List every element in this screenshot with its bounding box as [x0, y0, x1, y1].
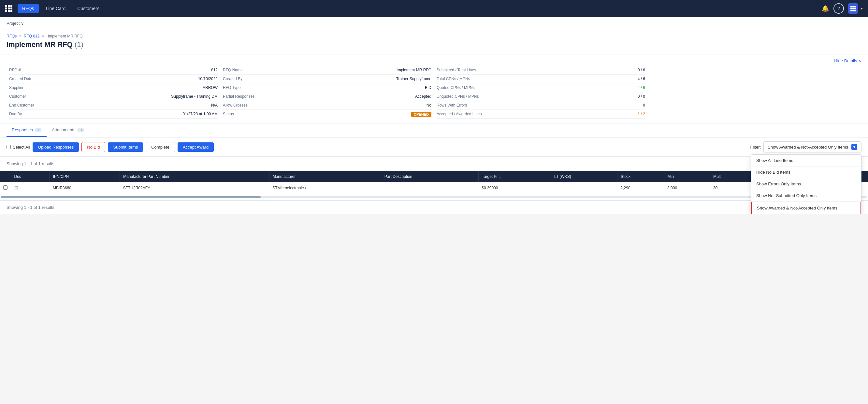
hide-details-btn[interactable]: Hide Details ∧	[6, 58, 862, 63]
th-ipn-cpn: IPN/CPN	[50, 171, 120, 182]
table-row: 📋 MBIR3680 STTH2R02AFY STMicroelectronic…	[0, 182, 868, 194]
due-by-label: Due By	[9, 112, 22, 116]
breadcrumb-sep1: »	[19, 34, 22, 38]
filter-option-awarded-not-accepted[interactable]: Show Awarded & Not-Accepted Only Items	[751, 202, 861, 214]
help-icon[interactable]: ?	[834, 3, 844, 14]
th-target-price: Target Pr...	[478, 171, 551, 182]
created-date-label: Created Date	[9, 76, 32, 81]
breadcrumb-current: Implement MR RFQ	[48, 34, 83, 38]
row-doc-cell: 📋	[11, 182, 50, 194]
allow-crosses-label: Allow Crosses	[223, 103, 248, 107]
partial-resp-label: Partial Responses	[223, 94, 254, 99]
details-col-1: RFQ #812 Created Date10/10/2022 Supplier…	[6, 66, 220, 119]
attachments-badge: 0	[77, 128, 84, 132]
status-label: Status	[223, 112, 234, 117]
page-header: RFQs » RFQ 812 » Implement MR RFQ Implem…	[0, 30, 868, 54]
row-mult-cell: 30	[710, 182, 750, 194]
breadcrumb-rfq812[interactable]: RFQ 812	[24, 34, 40, 38]
results-bar-top: Showing 1 - 1 of 1 results Search Page 1…	[0, 157, 868, 171]
grid-menu-icon[interactable]	[5, 5, 12, 12]
breadcrumb-sep2: »	[42, 34, 44, 38]
responses-badge: 1	[35, 128, 41, 132]
rows-errors-label: Rows With Errors	[437, 103, 467, 107]
details-col-3: Submitted / Total Lines0 / 6 Total CPNs …	[434, 66, 648, 119]
accepted-awarded-label: Accepted / Awarded Lines	[437, 112, 482, 116]
created-by-value: Trainer Supplyframe	[396, 76, 431, 81]
th-stock: Stock	[617, 171, 664, 182]
row-min-cell: 3,000	[664, 182, 710, 194]
submitted-lines-label: Submitted / Total Lines	[437, 68, 476, 72]
customer-label: Customer	[9, 94, 26, 99]
tab-attachments[interactable]: Attachments 0	[46, 123, 89, 137]
rfq-name-label: RFQ Name	[223, 68, 243, 72]
select-all-checkbox[interactable]: Select All	[6, 145, 30, 150]
filter-dropdown: Show All Line Items Hide No Bid Items Sh…	[751, 154, 862, 214]
project-menu[interactable]: Project ∨	[6, 21, 24, 26]
rfq-num-label: RFQ #	[9, 68, 21, 72]
user-avatar[interactable]	[848, 3, 858, 14]
status-badge: OPENED	[411, 112, 431, 117]
submit-items-button[interactable]: Submit Items	[108, 143, 143, 152]
filter-option-hide-no-bid[interactable]: Hide No Bid Items	[751, 166, 861, 178]
allow-crosses-value: No	[427, 103, 431, 107]
tabs-section: Responses 1 Attachments 0	[0, 123, 868, 137]
row-checkbox-cell[interactable]	[0, 182, 11, 194]
end-customer-label: End Customer	[9, 103, 34, 107]
complete-button[interactable]: Complete	[146, 142, 175, 152]
row-lt-wks-cell	[551, 182, 617, 194]
total-cpns-value: 4 / 6	[638, 76, 645, 81]
quoted-cpns-value: 4 / 6	[638, 85, 645, 90]
th-doc: Doc	[11, 171, 50, 182]
details-panel: Hide Details ∧ RFQ #812 Created Date10/1…	[0, 54, 868, 123]
select-all-input[interactable]	[6, 145, 11, 149]
project-chevron: ∨	[21, 21, 24, 26]
unquoted-cpns-label: Unquoted CPNs / MPNs	[437, 94, 478, 99]
notification-icon[interactable]: 🔔	[820, 3, 831, 14]
created-by-label: Created By	[223, 76, 242, 81]
nav-line-card[interactable]: Line Card	[41, 4, 70, 13]
sub-nav: Project ∨	[0, 17, 868, 30]
filter-option-not-submitted[interactable]: Show Not-Submitted Only Items	[751, 190, 861, 202]
horizontal-scrollbar[interactable]	[1, 196, 867, 198]
th-part-desc: Part Description	[381, 171, 478, 182]
accepted-awarded-value: 1 / 2	[638, 112, 645, 116]
accept-award-button[interactable]: Accept Award	[178, 143, 214, 152]
filter-option-errors-only[interactable]: Show Errors Only Items	[751, 178, 861, 190]
rows-errors-value: 0	[643, 103, 645, 107]
nav-rfqs[interactable]: RFQs	[18, 4, 39, 13]
end-customer-value: N/A	[211, 103, 218, 107]
row-part-desc-cell	[381, 182, 478, 194]
filter-option-all[interactable]: Show All Line Items	[751, 155, 861, 166]
project-label: Project	[6, 21, 20, 26]
showing-results-bottom: Showing 1 - 1 of 1 results	[6, 205, 54, 210]
breadcrumb-rfqs[interactable]: RFQs	[6, 34, 17, 38]
no-bid-button[interactable]: No Bid	[82, 142, 105, 152]
row-ipn-cpn-cell: MBIR3680	[50, 182, 120, 194]
supplier-label: Supplier	[9, 85, 24, 90]
showing-results-top: Showing 1 - 1 of 1 results	[6, 161, 54, 166]
filter-dropdown-button[interactable]: Show Awarded & Not-Accepted Only Items ▾	[764, 142, 862, 153]
partial-resp-value: Accepted	[415, 94, 431, 99]
rfq-num-value: 812	[211, 68, 218, 72]
row-mpn-cell: STTH2R02AFY	[120, 182, 269, 194]
filter-label: Filter:	[750, 145, 761, 150]
row-checkbox[interactable]	[3, 185, 7, 190]
tab-responses[interactable]: Responses 1	[6, 123, 46, 137]
avatar-dropdown-arrow[interactable]: ▾	[861, 6, 863, 11]
th-lt-wks: LT (WKS)	[551, 171, 617, 182]
due-by-value: 01/27/23 at 1:00 AM	[183, 112, 218, 116]
filter-value-label: Show Awarded & Not-Accepted Only Items	[768, 145, 848, 150]
row-target-price-cell: $0.39000	[478, 182, 551, 194]
page-title: Implement MR RFQ (1)	[6, 40, 84, 49]
details-col-4	[648, 66, 862, 119]
submitted-lines-value: 0 / 6	[638, 68, 645, 72]
rfq-table: Doc IPN/CPN Manufacturer Part Number Man…	[0, 171, 868, 200]
nav-customers[interactable]: Customers	[73, 4, 104, 13]
rfq-type-label: RFQ Type	[223, 85, 241, 90]
customer-value: Supplyframe - Training DM	[171, 94, 218, 99]
toolbar: Select All Upload Responses No Bid Submi…	[0, 137, 868, 157]
quoted-cpns-label: Quoted CPNs / MPNs	[437, 85, 475, 90]
breadcrumb: RFQs » RFQ 812 » Implement MR RFQ	[6, 34, 862, 38]
upload-responses-button[interactable]: Upload Responses	[33, 143, 79, 152]
rfq-name-value: Implement MR RFQ	[397, 68, 431, 72]
